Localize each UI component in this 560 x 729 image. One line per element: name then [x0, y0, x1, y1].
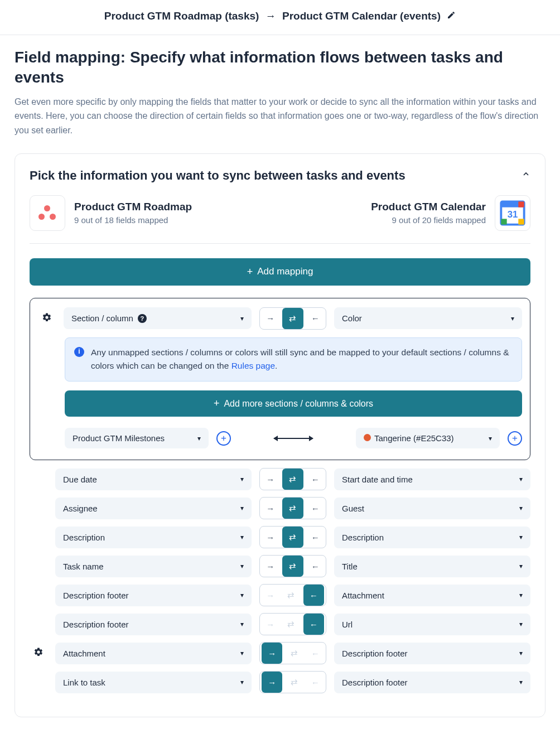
left-field-select[interactable]: Due date▾ [55, 469, 252, 490]
chevron-down-icon: ▾ [489, 434, 492, 442]
breadcrumb-header: Product GTM Roadmap (tasks) → Product GT… [0, 0, 560, 35]
direction-both[interactable]: ⇄ [282, 498, 303, 519]
left-field-select[interactable]: Attachment▾ [55, 643, 252, 664]
panel-title: Pick the information you want to sync be… [30, 168, 405, 183]
info-text: Any unmapped sections / columns or color… [91, 347, 509, 371]
add-sections-button[interactable]: + Add more sections / columns & colors [65, 390, 522, 417]
direction-toggle[interactable]: →⇄← [259, 555, 326, 577]
plus-icon: + [247, 266, 253, 278]
direction-both[interactable]: ⇄ [282, 527, 303, 548]
direction-right[interactable]: → [262, 672, 282, 693]
right-field-select[interactable]: Description▾ [334, 527, 530, 548]
direction-left[interactable]: ← [305, 469, 326, 490]
direction-toggle[interactable]: → ⇄ ← [259, 307, 326, 330]
direction-right[interactable]: → [260, 556, 281, 577]
sub-left-label: Product GTM Milestones [73, 433, 165, 443]
direction-toggle[interactable]: →⇄← [259, 642, 326, 664]
direction-right[interactable]: → [262, 643, 282, 664]
field-label: Assignee [63, 504, 98, 513]
collapse-icon[interactable] [522, 170, 530, 181]
left-field-select[interactable]: Description▾ [55, 527, 252, 548]
right-field-select[interactable]: Title▾ [334, 556, 530, 577]
field-label: Task name [63, 562, 104, 571]
left-field-select[interactable]: Assignee▾ [55, 498, 252, 519]
direction-toggle[interactable]: →⇄← [259, 497, 326, 519]
chevron-down-icon: ▾ [519, 475, 523, 483]
add-left-button[interactable]: + [216, 431, 231, 446]
right-field-select[interactable]: Guest▾ [334, 498, 530, 519]
direction-right[interactable]: → [260, 469, 281, 490]
field-label: Due date [63, 475, 97, 484]
direction-both: ⇄ [281, 614, 301, 635]
field-label: Description footer [342, 678, 408, 687]
left-field-select[interactable]: Description footer▾ [55, 585, 252, 606]
direction-left[interactable]: ← [303, 614, 324, 635]
direction-left: ← [305, 672, 326, 693]
direction-left[interactable]: ← [305, 556, 326, 577]
direction-both[interactable]: ⇄ [282, 308, 303, 329]
direction-both: ⇄ [284, 643, 305, 664]
direction-toggle[interactable]: →⇄← [259, 671, 326, 693]
direction-toggle[interactable]: →⇄← [259, 613, 326, 635]
field-label: Description footer [63, 591, 129, 600]
direction-right[interactable]: → [260, 498, 281, 519]
direction-toggle[interactable]: →⇄← [259, 526, 326, 548]
chevron-down-icon: ▾ [240, 649, 244, 657]
mapping-row: Assignee▾→⇄←Guest▾ [30, 497, 530, 519]
mapping-row: Task name▾→⇄←Title▾ [30, 555, 530, 577]
right-field-select[interactable]: Description footer▾ [334, 672, 530, 693]
add-mapping-button[interactable]: + Add mapping [30, 258, 530, 286]
chevron-down-icon: ▾ [519, 591, 523, 599]
sub-right-select[interactable]: Tangerine (#E25C33) ▾ [356, 428, 500, 448]
field-label: Url [342, 620, 353, 629]
left-field-select[interactable]: Task name▾ [55, 556, 252, 577]
direction-both[interactable]: ⇄ [282, 469, 303, 490]
direction-left[interactable]: ← [303, 585, 324, 606]
mapping-row: Description▾→⇄←Description▾ [30, 526, 530, 548]
page-title: Field mapping: Specify what information … [15, 47, 545, 88]
direction-left[interactable]: ← [305, 527, 326, 548]
chevron-down-icon: ▾ [240, 562, 244, 570]
add-mapping-label: Add mapping [257, 266, 313, 277]
field-label: Description [342, 533, 384, 542]
sub-left-select[interactable]: Product GTM Milestones ▾ [65, 428, 209, 448]
right-tool-name: Product GTM Calendar [371, 201, 486, 213]
mapping-row: Description footer▾→⇄←Url▾ [30, 613, 530, 635]
chevron-down-icon: ▾ [519, 620, 523, 628]
gear-icon[interactable] [42, 312, 52, 325]
field-label: Guest [342, 504, 364, 513]
chevron-down-icon: ▾ [511, 315, 514, 322]
direction-right[interactable]: → [260, 527, 281, 548]
rules-page-link[interactable]: Rules page [231, 361, 275, 370]
right-field-select-color[interactable]: Color ▾ [334, 307, 522, 329]
gear-icon[interactable] [33, 647, 44, 659]
direction-left[interactable]: ← [305, 498, 326, 519]
edit-icon[interactable] [447, 10, 456, 22]
left-field-select[interactable]: Description footer▾ [55, 614, 252, 635]
direction-toggle[interactable]: →⇄← [259, 468, 326, 490]
right-field-select[interactable]: Start date and time▾ [334, 469, 530, 490]
right-field-select[interactable]: Description footer▾ [334, 643, 530, 664]
right-field-select[interactable]: Attachment▾ [334, 585, 530, 606]
direction-both[interactable]: ⇄ [282, 556, 303, 577]
direction-left[interactable]: ← [305, 308, 326, 329]
direction-toggle[interactable]: →⇄← [259, 584, 326, 606]
right-field-select[interactable]: Url▾ [334, 614, 530, 635]
direction-right: → [260, 614, 281, 635]
color-dot-icon [364, 434, 371, 441]
add-right-button[interactable]: + [508, 431, 522, 446]
field-label: Section / column [71, 313, 133, 323]
info-text-end: . [275, 361, 277, 370]
field-label: Attachment [342, 591, 384, 600]
section-mapping-box: Section / column ? ▾ → ⇄ ← Color ▾ i [30, 298, 530, 461]
direction-both: ⇄ [284, 672, 305, 693]
help-icon[interactable]: ? [138, 314, 147, 323]
svg-rect-2 [518, 219, 524, 224]
direction-right[interactable]: → [260, 308, 281, 329]
direction-left: ← [305, 643, 326, 664]
left-field-select[interactable]: Link to task▾ [55, 672, 252, 693]
left-tool-name: Product GTM Roadmap [74, 201, 192, 213]
left-field-select-section[interactable]: Section / column ? ▾ [64, 307, 252, 329]
chevron-down-icon: ▾ [240, 591, 244, 599]
chevron-down-icon: ▾ [519, 562, 523, 570]
